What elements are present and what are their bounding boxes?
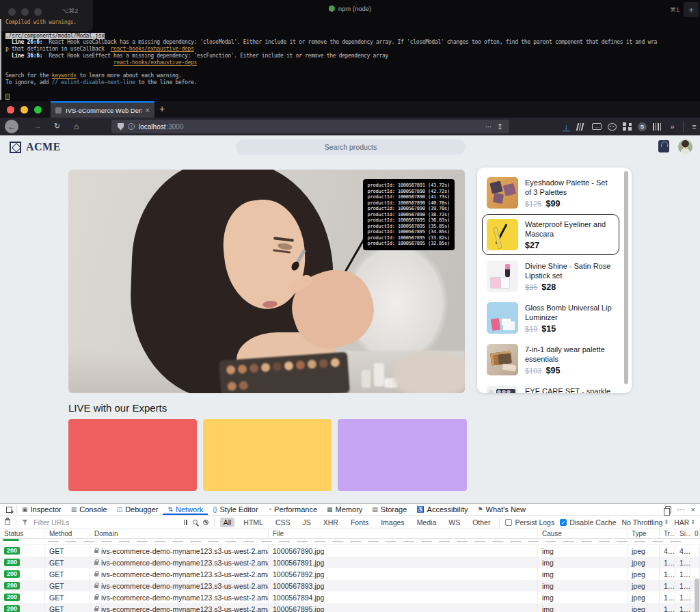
devtools-close-icon[interactable]: × — [691, 505, 695, 514]
filter-other[interactable]: Other — [469, 518, 494, 527]
tab-performance[interactable]: ◔Performance — [263, 504, 322, 515]
tab-memory[interactable]: ▦Memory — [322, 504, 367, 515]
tab-accessibility[interactable]: ♿Accessibility — [412, 504, 472, 515]
back-button[interactable]: ← — [5, 120, 18, 133]
url-bar[interactable]: i localhost :3000 ⋯ ↥ — [111, 120, 509, 133]
forward-button[interactable]: → — [34, 122, 42, 130]
privacy-mask-icon[interactable] — [608, 123, 617, 131]
filter-css[interactable]: CSS — [272, 518, 294, 527]
responsive-mode-icon[interactable] — [665, 506, 671, 514]
product-rail-scrollbar[interactable] — [624, 171, 628, 384]
product-price: $99 — [546, 199, 560, 209]
live-card-purple[interactable] — [338, 419, 467, 491]
browser-minimize-icon[interactable] — [21, 106, 28, 114]
pick-element-button[interactable] — [1, 504, 16, 515]
network-row[interactable]: 200 GET ivs-ecommerce-demo-myname123.s3-… — [0, 591, 700, 603]
throttling-select[interactable]: No Throttling⇕ — [622, 518, 669, 527]
network-row-partial[interactable] — [0, 539, 700, 545]
col-file[interactable]: File — [269, 529, 538, 538]
filter-urls-input[interactable]: Filter URLs — [33, 518, 70, 527]
col-domain[interactable]: Domain — [90, 529, 269, 538]
video-player[interactable]: productId: 1000567891 (43.72s) productId… — [68, 170, 465, 393]
tab-console[interactable]: ▥Console — [66, 504, 112, 515]
product-item[interactable]: Eyeshadow Palette - Set of 3 Palettes $1… — [482, 172, 619, 213]
network-row[interactable]: 200 GET ivs-ecommerce-demo-myname123.s3-… — [0, 557, 700, 568]
persist-logs-checkbox[interactable]: Persist Logs — [505, 518, 554, 527]
filter-xhr[interactable]: XHR — [320, 518, 342, 527]
tab-debugger[interactable]: ◫Debugger — [112, 504, 163, 515]
home-button[interactable]: ⌂ — [74, 122, 79, 131]
terminal-new-tab-button[interactable]: + — [684, 2, 699, 17]
col-size[interactable]: Si… — [675, 529, 690, 538]
page-actions-icon[interactable]: ⋯ — [485, 123, 493, 131]
devtools-more-icon[interactable]: ⋯ — [677, 505, 685, 514]
overflow-chevron-icon[interactable]: » — [668, 122, 677, 131]
filter-fonts[interactable]: Fonts — [347, 518, 372, 527]
tab-close-icon[interactable]: × — [146, 106, 150, 114]
tab-storage[interactable]: ▤Storage — [367, 504, 412, 515]
request-type: jpeg — [628, 557, 660, 568]
browser-tab[interactable]: IVS-eCommerce Web Demo × — [51, 101, 154, 118]
product-item[interactable]: EYE CARE SET - sparkle — [482, 381, 619, 393]
col-method[interactable]: Method — [45, 529, 90, 538]
s-extension-icon[interactable]: S — [638, 122, 647, 131]
library-icon[interactable] — [576, 123, 587, 131]
filter-images[interactable]: Images — [377, 518, 407, 527]
terminal-scrollbar[interactable] — [0, 19, 1, 100]
block-requests-icon[interactable] — [203, 520, 208, 525]
request-size: 4… — [675, 545, 690, 557]
network-row[interactable]: 200 GET ivs-ecommerce-demo-myname123.s3-… — [0, 545, 700, 557]
pause-traffic-icon[interactable] — [184, 520, 187, 525]
product-item[interactable]: Divine Shine - Satin Rose Lipstick set $… — [482, 256, 619, 297]
share-icon[interactable]: ↥ — [497, 122, 503, 131]
browser-toolbar: ← → ↻ ⌂ i localhost :3000 ⋯ ↥ ↓ ⋯ S » ≡ — [0, 118, 700, 135]
filter-all[interactable]: All — [220, 518, 235, 527]
network-scrollbar[interactable] — [695, 578, 699, 612]
network-row[interactable]: 200 GET ivs-ecommerce-demo-myname123.s3-… — [0, 568, 700, 580]
user-avatar[interactable] — [678, 139, 692, 154]
tracking-protection-shield-icon[interactable] — [118, 123, 124, 131]
cart-bag-icon[interactable] — [658, 140, 669, 152]
network-icon: ⇅ — [167, 506, 173, 513]
disable-cache-checkbox[interactable]: ✓Disable Cache — [560, 518, 616, 527]
tab-style-editor[interactable]: {}Style Editor — [208, 504, 262, 515]
product-item[interactable]: 7-in-1 daily wear palette essentials $10… — [482, 339, 619, 380]
browser-close-icon[interactable] — [7, 106, 14, 114]
network-row[interactable]: 200 GET ivs-ecommerce-demo-myname123.s3-… — [0, 603, 700, 612]
extensions-icon[interactable] — [623, 122, 632, 131]
downloads-icon[interactable]: ↓ — [562, 122, 571, 131]
warning2-rule-link[interactable]: react-hooks/exhaustive-deps — [113, 59, 197, 66]
col-cause[interactable]: Cause — [538, 529, 628, 538]
new-tab-button[interactable]: + — [159, 103, 165, 114]
password-manager-icon[interactable]: ⋯ — [592, 123, 602, 130]
live-card-yellow[interactable] — [203, 419, 332, 491]
browser-zoom-icon[interactable] — [34, 106, 42, 114]
tab-network[interactable]: ⇅Network — [163, 504, 208, 515]
har-select[interactable]: HAR⇕ — [674, 518, 695, 527]
request-type: jpeg — [628, 580, 660, 591]
fence-extension-icon[interactable] — [653, 123, 662, 131]
col-transferred[interactable]: Tr… — [660, 529, 675, 538]
menu-icon[interactable]: ≡ — [690, 122, 699, 131]
filter-html[interactable]: HTML — [240, 518, 267, 527]
product-item-selected[interactable]: Waterproof Eyeliner and Mascara $27 — [482, 214, 619, 255]
product-item[interactable]: Gloss Bomb Universal Lip Luminizer $19$1… — [482, 297, 619, 338]
keywords-link[interactable]: keywords — [52, 72, 77, 79]
filter-media[interactable]: Media — [414, 518, 440, 527]
tab-inspector[interactable]: ▣Inspector — [17, 504, 66, 515]
live-card-red[interactable] — [68, 419, 197, 491]
warning1-rule-link[interactable]: react-hooks/exhaustive-deps — [111, 46, 194, 52]
col-status[interactable]: Status — [0, 529, 45, 538]
col-waterfall[interactable]: 0 m — [690, 529, 700, 538]
site-info-icon[interactable]: i — [128, 123, 135, 130]
network-row[interactable]: 200 GET ivs-ecommerce-demo-myname123.s3-… — [0, 580, 700, 591]
filter-js[interactable]: JS — [299, 518, 314, 527]
reload-button[interactable]: ↻ — [54, 122, 60, 131]
col-type[interactable]: Type — [628, 529, 660, 538]
filter-ws[interactable]: WS — [445, 518, 463, 527]
search-requests-icon[interactable] — [193, 520, 198, 524]
tab-whats-new[interactable]: ⚑What's New — [473, 504, 530, 515]
clear-requests-icon[interactable] — [5, 519, 10, 525]
search-input[interactable] — [236, 139, 466, 155]
brand-logo[interactable]: ACME — [10, 141, 61, 153]
